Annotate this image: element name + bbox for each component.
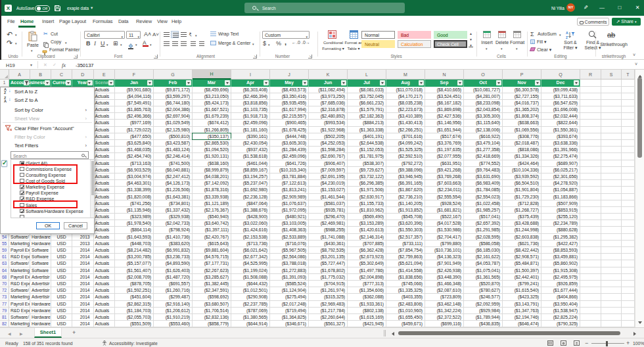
minimize-button[interactable]: — (593, 0, 610, 16)
cell-M61[interactable]: ($2,759,863) (386, 254, 425, 260)
cell-Pv17[interactable]: ($1,729,230) (503, 194, 541, 200)
cell-Kv19[interactable]: ($935,781) (309, 207, 348, 214)
cell-Lv14[interactable]: ($3,732,122) (348, 174, 386, 180)
cell-style-calculation[interactable]: Calculation (398, 40, 431, 48)
sheet-nav-left-icon[interactable]: ◀ (8, 331, 11, 336)
cell-J82[interactable]: ($346,671) (270, 321, 309, 327)
cell-G59[interactable]: ($6,991,832) (154, 247, 193, 254)
cell-Nv16[interactable]: ($2,234,011) (425, 187, 464, 193)
font-family-select[interactable]: Calibri▾ (84, 31, 125, 39)
nov-filter-icon[interactable] (535, 80, 540, 85)
cell-O81[interactable]: ($1,789,944) (464, 314, 503, 321)
cell-H63[interactable]: ($7,177,731) (193, 260, 231, 267)
cell-Tv12[interactable] (622, 160, 635, 167)
cell-Iv18[interactable]: ($847,064) (231, 200, 270, 207)
cell-Ov17[interactable]: ($2,554,023) (464, 194, 503, 200)
font-dialog-launcher-icon[interactable] (154, 55, 158, 58)
cell-Iv21[interactable]: ($3,022,060) (231, 220, 270, 227)
cell-Kv11[interactable]: ($2,690,767) (309, 153, 348, 160)
increase-decimal-icon[interactable]: ←.0 (292, 40, 300, 45)
cell-Ev7[interactable]: Actuals (94, 127, 116, 133)
column-header-M[interactable]: M (386, 70, 425, 80)
cell-Gv10[interactable]: ($1,483,124) (154, 147, 193, 153)
tab-file[interactable]: File (7, 18, 15, 24)
cell-Nv3[interactable]: ($6,167,182) (425, 100, 464, 106)
cell-Lv15[interactable]: ($6,296,385) (348, 180, 386, 187)
cell-Rv20[interactable] (580, 214, 601, 220)
cell-Kv5[interactable]: ($2,480,892) (309, 113, 348, 120)
row-header-54[interactable]: 54 (0, 234, 9, 241)
cell-E70[interactable]: Actuals (94, 281, 116, 287)
cell-Fv18[interactable]: ($741,256) (115, 200, 154, 207)
cell-N63[interactable]: ($7,901,949) (425, 260, 464, 267)
cell-Qv22[interactable]: ($880,628) (541, 227, 580, 233)
cell-G54[interactable]: ($1,410,736) (154, 234, 193, 241)
cell-Qv19[interactable]: ($853,915) (541, 207, 580, 214)
cell-Kv14[interactable]: ($2,691,195) (309, 174, 348, 180)
cell-Tv10[interactable] (622, 147, 635, 153)
cell-Gv18[interactable]: ($734,801) (154, 200, 193, 207)
cell-P68[interactable]: ($2,442,401) (503, 274, 541, 281)
cell-M82[interactable]: ($459,671) (386, 321, 425, 327)
cell-N61[interactable]: ($4,136,323) (425, 254, 464, 260)
cell-L54[interactable]: ($2,146,314) (348, 234, 386, 241)
cell-Sv1[interactable] (601, 87, 622, 93)
column-header-E[interactable]: E (94, 70, 116, 80)
cell-F61[interactable]: ($3,200,785) (115, 254, 154, 260)
menu-item-sort-by-color[interactable]: Sort by Color › (1, 106, 94, 114)
cell-T79[interactable] (622, 308, 635, 314)
status-accessibility[interactable]: Accessibility: Investigate (109, 341, 158, 346)
cell-N81[interactable]: ($2,372,522) (425, 314, 464, 321)
cell-Iv3[interactable]: ($3,818,856) (231, 100, 270, 106)
cell-O79[interactable]: ($929,984) (464, 308, 503, 314)
comments-button[interactable]: Comments (577, 18, 609, 26)
filter-item-partial[interactable] (11, 214, 94, 218)
cell-J63[interactable]: ($3,788,018) (270, 260, 309, 267)
cell-Fv20[interactable]: ($323,989) (115, 214, 154, 220)
cell-Lv20[interactable]: ($569,490) (348, 214, 386, 220)
cell-M54[interactable]: ($2,517,357) (386, 234, 425, 241)
cell-Hv15[interactable]: ($7,142,092) (193, 180, 231, 187)
cell-Iv7[interactable]: ($1,181,160) (231, 127, 270, 133)
cell-Fv12[interactable]: ($713,163) (115, 160, 154, 167)
row-header-55[interactable]: 55 (0, 241, 9, 247)
cell-D64[interactable]: 2014 (72, 267, 94, 274)
cell-Nv22[interactable]: ($1,530,986) (425, 227, 464, 233)
cell-Sv22[interactable] (601, 227, 622, 233)
cell-Rv1[interactable] (580, 87, 601, 93)
cell-Fv17[interactable]: ($1,820,008) (115, 194, 154, 200)
row-header-61[interactable]: 61 (0, 254, 9, 260)
cell-Q63[interactable]: ($5,860,902) (541, 260, 580, 267)
cell-P63[interactable]: ($5,484,871) (503, 260, 541, 267)
cell-Rv6[interactable] (580, 120, 601, 126)
cell-K82[interactable]: ($561,327) (309, 321, 348, 327)
cell-Fv13[interactable]: ($6,903,529) (115, 167, 154, 174)
styles-scroll-up-icon[interactable]: ▲ (469, 32, 472, 35)
cell-Mv17[interactable]: ($2,736,210) (386, 194, 425, 200)
cell-Hv1[interactable]: ($8,459,696) (193, 87, 231, 93)
cell-D79[interactable]: 2014 (72, 308, 94, 314)
cell-Ev6[interactable]: Actuals (94, 120, 116, 126)
tab-data[interactable]: Data (118, 18, 128, 24)
cell-Mv20[interactable]: ($545,708) (386, 214, 425, 220)
cell-Hv10[interactable]: ($1,094,520) (193, 147, 231, 153)
cell-R63[interactable] (580, 260, 601, 267)
cell-J79[interactable]: ($719,494) (270, 308, 309, 314)
cell-B73[interactable]: Advertisir (30, 294, 51, 300)
cell-Gv5[interactable]: ($2,697,904) (154, 113, 193, 120)
cell-Jv10[interactable]: ($1,284,439) (270, 147, 309, 153)
tab-insert[interactable]: Insert (42, 18, 54, 24)
cell-H59[interactable]: ($9,881,604) (193, 247, 231, 254)
table-header-aug[interactable]: Aug (386, 80, 425, 87)
cell-L70[interactable]: ($777,313) (348, 281, 386, 287)
cell-H81[interactable]: ($2,832,136) (193, 314, 231, 321)
column-header-D[interactable]: D (72, 70, 94, 80)
feb-filter-icon[interactable] (186, 80, 191, 85)
cell-O70[interactable]: ($520,870) (464, 281, 503, 287)
maximize-button[interactable]: □ (611, 0, 628, 16)
cell-Gv1[interactable]: ($9,871,172) (154, 87, 193, 93)
cell-Iv12[interactable]: ($461,044) (231, 160, 270, 167)
cell-Ev12[interactable]: Actuals (94, 160, 116, 167)
cell-Ov11[interactable]: ($2,418,669) (464, 153, 503, 160)
align-center-icon[interactable] (171, 40, 179, 47)
